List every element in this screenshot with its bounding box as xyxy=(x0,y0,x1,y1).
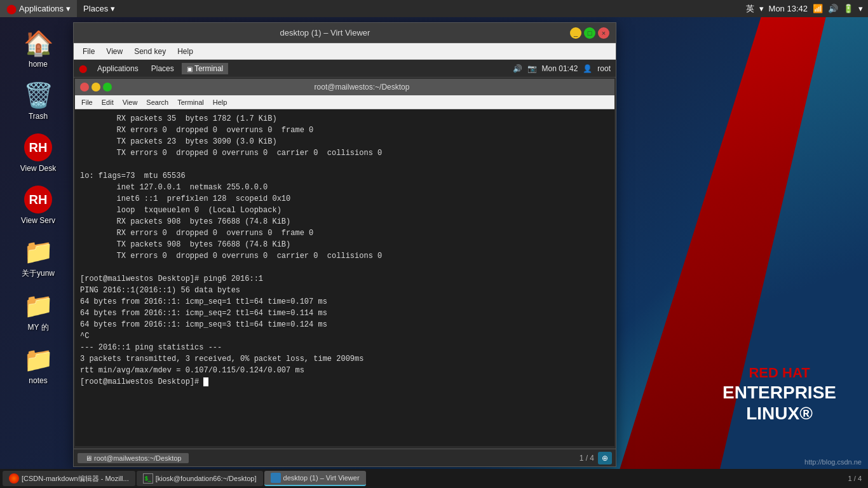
about-cloud-folder-icon: 📁 xyxy=(23,236,53,267)
vm-tab-label: root@mailwestos:~/Desktop xyxy=(94,454,181,462)
taskbar-firefox-label: [CSDN-markdown编辑器 - Mozill... xyxy=(22,474,129,484)
vm-bar-left: ⬤ Applications Places ▣ Terminal xyxy=(79,63,228,74)
vm-bar-volume-icon: 🔊 xyxy=(513,64,522,73)
vm-bar-applications[interactable]: Applications xyxy=(92,63,144,74)
virt-menu-help[interactable]: Help xyxy=(172,46,198,57)
terminal-content[interactable]: RX packets 35 bytes 1782 (1.7 KiB) RX er… xyxy=(75,109,614,446)
vm-bar-screenshot-icon: 📷 xyxy=(527,64,537,73)
terminal-title-text: root@mailwestos:~/Desktop xyxy=(114,83,609,92)
terminal-menu: File Edit View Search Terminal Help xyxy=(75,95,614,109)
terminal-menu-file[interactable]: File xyxy=(78,98,97,107)
terminal-menu-help[interactable]: Help xyxy=(209,98,231,107)
terminal-menu-icon: ▣ xyxy=(187,65,193,72)
terminal-min-btn[interactable] xyxy=(92,83,100,92)
redhat-line1: RED HAT xyxy=(722,365,836,381)
my-files-folder-icon: 📁 xyxy=(23,290,53,321)
redhat-logo: RED HAT ENTERPRISE LINUX® xyxy=(722,365,836,424)
terminal-max-btn[interactable] xyxy=(103,83,112,92)
desktop-icon-about-cloud[interactable]: 📁 关于yunw xyxy=(13,234,64,281)
vm-tab-item[interactable]: 🖥 root@mailwestos:~/Desktop xyxy=(78,453,189,463)
redhat-circle-1: RH xyxy=(24,133,52,161)
virt-menu-view[interactable]: View xyxy=(101,46,128,57)
vm-tab-icon: 🖥 xyxy=(85,454,92,462)
applications-label: Applications xyxy=(19,4,64,13)
vm-tab-pages: 1 / 4 ⊕ xyxy=(580,452,612,464)
desktop-icon-view-desktop[interactable]: RH View Desk xyxy=(13,130,64,175)
virt-viewer-icon xyxy=(271,473,281,483)
virt-menu-sendkey[interactable]: Send key xyxy=(129,46,171,57)
battery-icon[interactable]: 🔋 xyxy=(843,4,853,13)
about-cloud-label: 关于yunw xyxy=(22,268,55,279)
view-server-icon: RH xyxy=(23,184,53,215)
notes-folder-icon: 📁 xyxy=(23,344,53,375)
lang-indicator[interactable]: 英 xyxy=(746,3,754,15)
taskbar-terminal[interactable]: $_ [kiosk@foundation66:~/Desktop] xyxy=(137,471,263,486)
view-desktop-icon: RH xyxy=(23,132,53,163)
taskbar-right: 1 / 4 xyxy=(848,475,865,482)
terminal-title-bar: root@mailwestos:~/Desktop xyxy=(75,79,614,95)
desktop-icons-container: 🏠 home 🗑️ Trash RH View Desk RH View Ser… xyxy=(13,25,64,388)
redhat-circle-2: RH xyxy=(24,186,52,214)
places-label: Places xyxy=(83,4,108,13)
taskbar-pages: 1 / 4 xyxy=(848,475,862,482)
redhat-small-icon: ⬤ xyxy=(6,4,17,14)
vm-tab-page-count: 1 / 4 xyxy=(580,454,594,463)
trash-folder-icon: 🗑️ xyxy=(23,80,53,111)
redhat-line3: LINUX® xyxy=(722,403,836,424)
desktop-icon-home[interactable]: 🏠 home xyxy=(13,25,64,71)
places-menu[interactable]: Places ▾ xyxy=(77,0,121,17)
virt-title-bar: desktop (1) – Virt Viewer _ □ × xyxy=(74,23,616,43)
top-bar-separator: ▾ xyxy=(759,4,764,13)
taskbar-terminal-label: [kiosk@foundation66:~/Desktop] xyxy=(156,475,257,482)
virt-minimize-btn[interactable]: _ xyxy=(570,27,581,39)
volume-icon[interactable]: 🔊 xyxy=(828,4,838,13)
virt-title-text: desktop (1) – Virt Viewer xyxy=(80,28,570,37)
vm-bar-user: root xyxy=(597,64,611,73)
taskbar: [CSDN-markdown编辑器 - Mozill... $_ [kiosk@… xyxy=(0,469,868,488)
desktop: RED HAT ENTERPRISE LINUX® ⬤ Applications… xyxy=(0,0,868,488)
blog-url: http://blog.csdn.ne xyxy=(804,458,862,466)
apps-arrow-icon: ▾ xyxy=(66,4,71,13)
terminal-menu-search[interactable]: Search xyxy=(142,98,172,107)
virt-menu-bar: File View Send key Help xyxy=(74,43,616,60)
vm-tab-nav-btn[interactable]: ⊕ xyxy=(598,452,612,464)
desktop-icon-trash[interactable]: 🗑️ Trash xyxy=(13,78,64,123)
vm-bar-user-icon: 👤 xyxy=(583,64,592,73)
taskbar-virt-viewer[interactable]: desktop (1) – Virt Viewer xyxy=(264,471,366,486)
virt-viewer-window: desktop (1) – Virt Viewer _ □ × File Vie… xyxy=(73,22,616,467)
my-files-label: MY 的 xyxy=(27,322,48,333)
desktop-icon-view-server[interactable]: RH View Serv xyxy=(13,182,64,227)
terminal-menu-terminal[interactable]: Terminal xyxy=(173,98,208,107)
vm-bar-terminal[interactable]: ▣ Terminal xyxy=(182,63,228,74)
taskbar-firefox[interactable]: [CSDN-markdown编辑器 - Mozill... xyxy=(3,471,135,486)
view-server-label: View Serv xyxy=(21,216,55,225)
desktop-icon-notes[interactable]: 📁 notes xyxy=(13,342,64,388)
virt-close-btn[interactable]: × xyxy=(598,27,609,39)
virt-maximize-btn[interactable]: □ xyxy=(584,27,595,39)
home-folder-icon: 🏠 xyxy=(23,28,53,58)
vm-tab-bar: 🖥 root@mailwestos:~/Desktop 1 / 4 ⊕ xyxy=(74,449,616,466)
places-arrow-icon: ▾ xyxy=(111,4,115,13)
top-bar-left: ⬤ Applications ▾ Places ▾ xyxy=(0,0,121,17)
terminal-icon: $_ xyxy=(143,473,153,484)
trash-icon-label: Trash xyxy=(29,112,48,121)
terminal-wrapper: root@mailwestos:~/Desktop File Edit View… xyxy=(75,79,614,446)
top-bar-right: 英 ▾ Mon 13:42 📶 🔊 🔋 ▾ xyxy=(746,3,868,15)
view-desktop-label: View Desk xyxy=(20,164,56,173)
home-icon-label: home xyxy=(29,60,48,69)
terminal-close-btn[interactable] xyxy=(80,83,89,92)
virt-menu-file[interactable]: File xyxy=(78,46,100,57)
terminal-menu-edit[interactable]: Edit xyxy=(98,98,118,107)
desktop-icon-my-files[interactable]: 📁 MY 的 xyxy=(13,288,64,336)
power-arrow-icon[interactable]: ▾ xyxy=(858,4,863,13)
terminal-menu-view[interactable]: View xyxy=(119,98,142,107)
vm-display-bar: ⬤ Applications Places ▣ Terminal 🔊 📷 Mon… xyxy=(74,60,616,78)
applications-menu[interactable]: ⬤ Applications ▾ xyxy=(0,0,77,17)
vm-bar-time: Mon 01:42 xyxy=(542,64,578,73)
vm-bar-right: 🔊 📷 Mon 01:42 👤 root xyxy=(513,64,611,73)
redhat-line2: ENTERPRISE xyxy=(722,382,836,403)
notes-label: notes xyxy=(29,376,47,385)
firefox-icon xyxy=(9,473,19,484)
vm-bar-places[interactable]: Places xyxy=(146,63,179,74)
wifi-icon[interactable]: 📶 xyxy=(813,4,823,13)
